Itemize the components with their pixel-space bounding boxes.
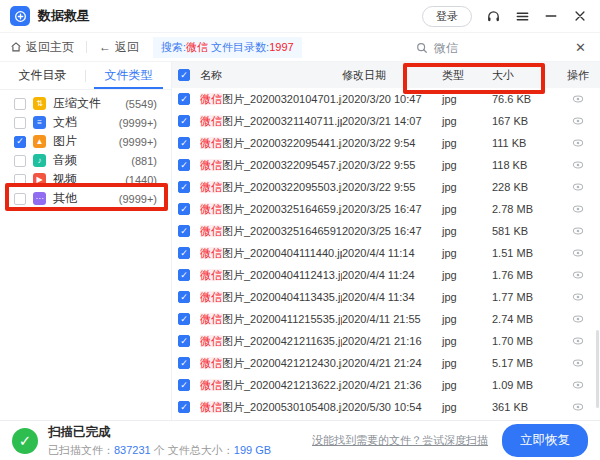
file-size: 167 KB	[492, 115, 556, 127]
row-checkbox[interactable]: ✓	[178, 335, 190, 347]
login-button[interactable]: 登录	[422, 6, 472, 27]
column-header-date[interactable]: 修改日期	[342, 68, 442, 83]
file-size: 581 KB	[492, 225, 556, 237]
row-checkbox[interactable]: ✓	[178, 225, 190, 237]
other-icon: ⋯	[33, 192, 46, 205]
table-row[interactable]: ✓ 微信图片_202003251646591.jpg 2020/3/25 16:…	[172, 220, 600, 242]
file-size: 76.6 KB	[492, 93, 556, 105]
preview-eye-icon[interactable]	[572, 159, 584, 171]
tab-file-type[interactable]: 文件类型	[86, 62, 171, 89]
preview-eye-icon[interactable]	[572, 203, 584, 215]
minimize-icon[interactable]	[543, 8, 559, 24]
back-button[interactable]: ← 返回	[99, 39, 139, 56]
menu-icon[interactable]	[514, 8, 530, 24]
select-all-checkbox[interactable]: ✓	[178, 69, 190, 81]
sidebar-item-label: 视频	[53, 171, 77, 188]
table-row[interactable]: ✓ 微信图片_20200421211635.jpg 2020/4/21 21:1…	[172, 330, 600, 352]
sidebar-item[interactable]: ♪ 音频 (881)	[0, 151, 171, 170]
preview-eye-icon[interactable]	[572, 357, 584, 369]
file-size: 361 KB	[492, 401, 556, 413]
sidebar-item-checkbox[interactable]	[14, 155, 26, 167]
video-icon: ▶	[33, 173, 46, 186]
row-checkbox[interactable]: ✓	[178, 313, 190, 325]
row-checkbox[interactable]: ✓	[178, 291, 190, 303]
table-row[interactable]: ✓ 微信图片_20200322095441.jpg 2020/3/22 9:54…	[172, 132, 600, 154]
clear-search-icon[interactable]: ✕	[575, 40, 586, 55]
sidebar-item-checkbox[interactable]: ✓	[14, 136, 26, 148]
deep-scan-link[interactable]: 没能找到需要的文件？尝试深度扫描	[312, 433, 488, 448]
scrollbar-thumb[interactable]	[596, 330, 599, 408]
sidebar-item[interactable]: ⋯ 其他 (9999+)	[0, 189, 171, 208]
row-checkbox[interactable]: ✓	[178, 159, 190, 171]
table-row[interactable]: ✓ 微信图片_20200421212430.jpg 2020/4/21 21:2…	[172, 352, 600, 374]
column-header-type[interactable]: 类型	[442, 68, 492, 83]
sidebar-item-count: (9999+)	[119, 136, 157, 148]
file-type: jpg	[442, 291, 492, 303]
table-row[interactable]: ✓ 微信图片_20200411215535.jpg 2020/4/11 21:5…	[172, 308, 600, 330]
back-home-button[interactable]: 返回主页	[10, 39, 74, 56]
row-checkbox[interactable]: ✓	[178, 115, 190, 127]
file-name: 微信图片_20200404112413.jpg	[200, 268, 342, 283]
sidebar-item[interactable]: ≡ 文档 (9999+)	[0, 113, 171, 132]
scan-complete-icon: ✓	[12, 428, 38, 454]
sidebar-item-checkbox[interactable]	[14, 117, 26, 129]
row-checkbox[interactable]: ✓	[178, 247, 190, 259]
table-row[interactable]: ✓ 微信图片_20200322095457.jpg 2020/3/22 9:55…	[172, 154, 600, 176]
preview-eye-icon[interactable]	[572, 93, 584, 105]
file-name-rest: 图片_20200421212430.jpg	[222, 357, 342, 369]
preview-eye-icon[interactable]	[572, 335, 584, 347]
sidebar-item[interactable]: ▶ 视频 (1440)	[0, 170, 171, 189]
file-date: 2020/4/4 11:34	[342, 291, 442, 303]
row-checkbox[interactable]: ✓	[178, 269, 190, 281]
preview-eye-icon[interactable]	[572, 137, 584, 149]
document-icon: ≡	[33, 116, 46, 129]
sidebar-item-checkbox[interactable]	[14, 174, 26, 186]
column-header-size[interactable]: 大小	[492, 68, 556, 83]
recover-now-button[interactable]: 立即恢复	[502, 424, 588, 457]
table-row[interactable]: ✓ 微信图片_20200404112413.jpg 2020/4/4 11:24…	[172, 264, 600, 286]
file-name-highlight: 微信	[200, 269, 222, 281]
search-input[interactable]: 微信	[410, 37, 538, 59]
preview-eye-icon[interactable]	[572, 181, 584, 193]
preview-eye-icon[interactable]	[572, 269, 584, 281]
row-checkbox[interactable]: ✓	[178, 357, 190, 369]
close-icon[interactable]	[572, 8, 588, 24]
back-arrow-icon: ←	[99, 40, 111, 54]
file-type: jpg	[442, 159, 492, 171]
total-size-value: 199 GB	[234, 444, 271, 456]
table-row[interactable]: ✓ 微信图片_20200325164659.jpg 2020/3/25 16:4…	[172, 198, 600, 220]
file-date: 2020/4/4 11:24	[342, 269, 442, 281]
table-row[interactable]: ✓ 微信图片_20200404111440.jpg 2020/4/4 11:14…	[172, 242, 600, 264]
row-checkbox[interactable]: ✓	[178, 181, 190, 193]
home-icon	[10, 41, 22, 53]
sidebar-item[interactable]: ⇅ 压缩文件 (5549)	[0, 94, 171, 113]
preview-eye-icon[interactable]	[572, 225, 584, 237]
row-checkbox[interactable]: ✓	[178, 203, 190, 215]
row-checkbox[interactable]: ✓	[178, 379, 190, 391]
headset-icon[interactable]	[485, 8, 501, 24]
tab-file-directory[interactable]: 文件目录	[0, 62, 85, 89]
table-row[interactable]: ✓ 微信图片_20200322095503.jpg 2020/3/22 9:55…	[172, 176, 600, 198]
table-row[interactable]: ✓ 微信图片_20200404113435.jpg 2020/4/4 11:34…	[172, 286, 600, 308]
table-row[interactable]: ✓ 微信图片_20200321140711.jpg 2020/3/21 14:0…	[172, 110, 600, 132]
row-checkbox[interactable]: ✓	[178, 137, 190, 149]
table-row[interactable]: ✓ 微信图片_20200421213622.jpg 2020/4/21 21:3…	[172, 374, 600, 396]
row-checkbox[interactable]: ✓	[178, 93, 190, 105]
sidebar-item-checkbox[interactable]	[14, 193, 26, 205]
table-row[interactable]: ✓ 微信图片_20200320104701.jpg 2020/3/20 10:4…	[172, 88, 600, 110]
preview-eye-icon[interactable]	[572, 379, 584, 391]
sidebar-tabs: 文件目录 文件类型	[0, 62, 171, 90]
status-bar: ✓ 扫描已完成 已扫描文件：837231 个 文件总大小：199 GB 没能找到…	[0, 420, 600, 460]
column-header-name[interactable]: 名称	[200, 68, 342, 83]
table-row[interactable]: ✓ 微信图片_20200530105408.jpg 2020/5/30 10:5…	[172, 396, 600, 418]
sidebar-item[interactable]: ✓ ▲ 图片 (9999+)	[0, 132, 171, 151]
preview-eye-icon[interactable]	[572, 401, 584, 413]
sidebar-item-label: 音频	[53, 152, 77, 169]
preview-eye-icon[interactable]	[572, 247, 584, 259]
row-checkbox[interactable]: ✓	[178, 401, 190, 413]
preview-eye-icon[interactable]	[572, 291, 584, 303]
sidebar-item-checkbox[interactable]	[14, 98, 26, 110]
preview-eye-icon[interactable]	[572, 115, 584, 127]
column-header-action: 操作	[556, 68, 600, 83]
preview-eye-icon[interactable]	[572, 313, 584, 325]
